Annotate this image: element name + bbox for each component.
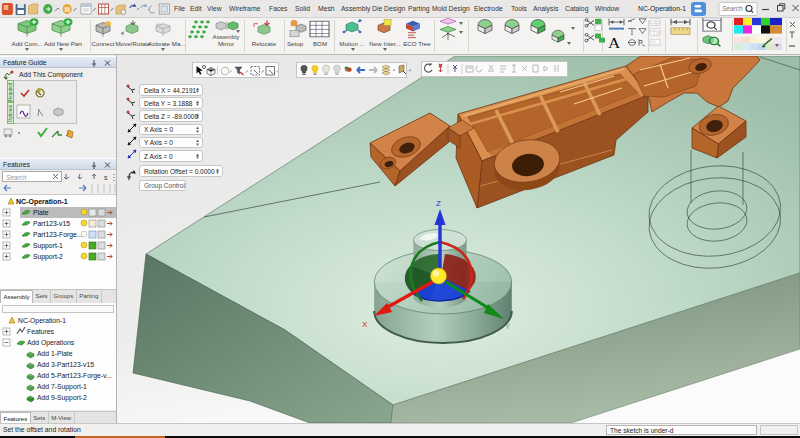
svg-text:s: s bbox=[104, 174, 108, 181]
svg-text:Add 9-Support-2: Add 9-Support-2 bbox=[37, 394, 87, 402]
svg-text:NC-Operation-1: NC-Operation-1 bbox=[16, 198, 68, 206]
svg-text:Add 5-Part123-Forge-v...: Add 5-Part123-Forge-v... bbox=[37, 372, 112, 380]
svg-text:Add 7-Support-1: Add 7-Support-1 bbox=[37, 383, 87, 391]
svg-text:X: X bbox=[362, 320, 368, 329]
svg-text:Z: Z bbox=[436, 199, 441, 208]
svg-text:Support-2: Support-2 bbox=[33, 253, 63, 261]
svg-text:Search: Search bbox=[722, 5, 743, 12]
svg-text:Add Operations: Add Operations bbox=[27, 339, 75, 347]
svg-text:Support-1: Support-1 bbox=[33, 242, 63, 250]
svg-text:Y: Y bbox=[505, 322, 511, 331]
svg-text:Features: Features bbox=[27, 328, 54, 335]
svg-text:Part123-v15: Part123-v15 bbox=[33, 220, 70, 227]
svg-text:Part123-Forge...: Part123-Forge... bbox=[33, 231, 83, 239]
svg-text:Add 3-Part123-v15: Add 3-Part123-v15 bbox=[37, 361, 94, 368]
svg-text:Plate: Plate bbox=[33, 209, 49, 216]
svg-text:NC-Operation-1: NC-Operation-1 bbox=[18, 317, 66, 325]
svg-text:Add 1-Plate: Add 1-Plate bbox=[37, 350, 73, 357]
svg-text:A: A bbox=[608, 36, 621, 51]
